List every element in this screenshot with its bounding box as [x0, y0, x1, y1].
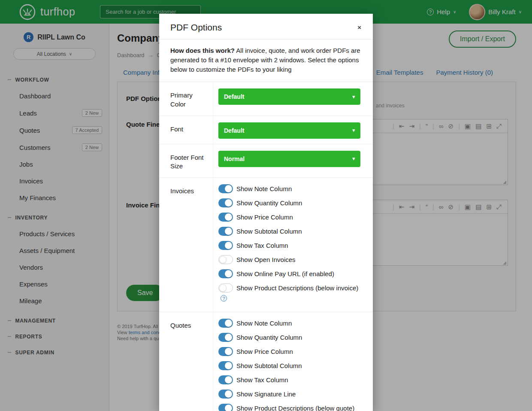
toggle-knob: [225, 213, 232, 221]
caret-down-icon: ▾: [352, 156, 355, 161]
close-icon[interactable]: ×: [355, 22, 363, 32]
toggle-knob: [225, 362, 232, 369]
toggle-label: Show Product Descriptions (below quote): [236, 405, 354, 411]
toggle-label: Show Price Column: [236, 348, 293, 355]
toggle-label: Show Quantity Column: [236, 334, 302, 341]
toggle-label: Show Open Invoices: [236, 256, 296, 263]
toggle-row: Show Price Column: [218, 213, 360, 222]
quotes-show-tax-column-toggle[interactable]: [218, 375, 233, 384]
quotes-show-quantity-column-toggle[interactable]: [218, 333, 233, 342]
selected-value: Default: [224, 127, 244, 134]
invoices-show-tax-column-toggle[interactable]: [218, 241, 233, 250]
invoices-show-price-column-toggle[interactable]: [218, 213, 233, 222]
toggle-knob: [225, 242, 232, 249]
invoices-show-product-descriptions-toggle[interactable]: [218, 283, 233, 292]
toggle-knob: [225, 405, 232, 411]
toggle-knob: [225, 348, 232, 355]
toggle-row: Show Online Pay URL (if enabled): [218, 269, 360, 278]
modal-title: PDF Options: [170, 22, 222, 33]
field-label: Primary Color: [159, 82, 213, 116]
toggle-knob: [225, 390, 232, 398]
selected-value: Normal: [224, 155, 245, 162]
description-bold: How does this work?: [170, 47, 235, 54]
toggle-row: Show Quantity Column: [218, 198, 360, 207]
toggle-label: Show Signature Line: [236, 390, 296, 398]
form-row-invoices: Invoices Show Note Column Show Quantity …: [159, 178, 373, 312]
toggle-row: Show Signature Line: [218, 390, 360, 399]
toggle-label: Show Note Column: [236, 185, 292, 192]
caret-down-icon: ▾: [352, 94, 355, 100]
toggle-label: Show Note Column: [236, 320, 292, 327]
form-row-font: Font Default ▾: [159, 116, 373, 144]
caret-down-icon: ▾: [352, 128, 355, 133]
invoices-show-open-invoices-toggle[interactable]: [218, 255, 233, 264]
primary-color-select[interactable]: Default ▾: [218, 88, 360, 105]
toggle-knob: [225, 334, 232, 341]
toggle-row: Show Subtotal Column: [218, 227, 360, 236]
form-row-primary-color: Primary Color Default ▾: [159, 82, 373, 116]
toggle-knob: [225, 376, 232, 384]
toggle-knob: [225, 185, 232, 192]
form-row-quotes: Quotes Show Note Column Show Quantity Co…: [159, 312, 373, 411]
toggle-row: Show Quantity Column: [218, 333, 360, 342]
toggle-knob: [225, 270, 232, 277]
toggle-knob: [225, 228, 232, 235]
invoices-show-subtotal-column-toggle[interactable]: [218, 227, 233, 236]
quotes-show-note-column-toggle[interactable]: [218, 319, 233, 328]
toggle-row: Show Price Column: [218, 347, 360, 356]
toggle-row: Show Product Descriptions (below quote) …: [218, 404, 360, 411]
modal-description: How does this work? All invoice, quote, …: [159, 40, 373, 82]
toggle-label: Show Tax Column: [236, 376, 288, 384]
toggle-row: Show Note Column: [218, 184, 360, 193]
toggle-knob: [225, 199, 232, 207]
toggle-label: Show Price Column: [236, 213, 293, 221]
field-label: Font: [159, 116, 213, 144]
toggle-label: Show Product Descriptions (below invoice…: [236, 284, 358, 292]
invoices-show-note-column-toggle[interactable]: [218, 184, 233, 193]
help-icon[interactable]: ?: [221, 295, 227, 301]
toggle-knob: [219, 284, 227, 292]
toggle-row: Show Open Invoices: [218, 255, 360, 264]
toggle-row: Show Product Descriptions (below invoice…: [218, 283, 360, 301]
quotes-show-subtotal-column-toggle[interactable]: [218, 361, 233, 370]
toggle-row: Show Subtotal Column: [218, 361, 360, 370]
selected-value: Default: [224, 93, 244, 100]
font-select[interactable]: Default ▾: [218, 122, 360, 139]
invoices-show-quantity-column-toggle[interactable]: [218, 198, 233, 207]
quotes-show-price-column-toggle[interactable]: [218, 347, 233, 356]
toggle-row: Show Note Column: [218, 319, 360, 328]
toggle-label: Show Quantity Column: [236, 199, 302, 207]
field-label: Footer Font Size: [159, 144, 213, 178]
toggle-knob: [219, 256, 227, 263]
toggle-label: Show Online Pay URL (if enabled): [236, 270, 334, 277]
field-label: Quotes: [159, 312, 213, 411]
quotes-show-signature-line-toggle[interactable]: [218, 390, 233, 399]
toggle-label: Show Subtotal Column: [236, 228, 302, 235]
toggle-row: Show Tax Column: [218, 241, 360, 250]
footer-font-size-select[interactable]: Normal ▾: [218, 151, 360, 167]
toggle-knob: [225, 320, 232, 327]
pdf-options-modal: PDF Options × How does this work? All in…: [159, 14, 373, 411]
invoices-show-online-pay-url-toggle[interactable]: [218, 269, 233, 278]
form-row-footer-font-size: Footer Font Size Normal ▾: [159, 144, 373, 178]
toggle-label: Show Subtotal Column: [236, 362, 302, 369]
toggle-label: Show Tax Column: [236, 242, 288, 249]
field-label: Invoices: [159, 178, 213, 312]
quotes-show-product-descriptions-toggle[interactable]: [218, 404, 233, 411]
toggle-row: Show Tax Column: [218, 375, 360, 384]
